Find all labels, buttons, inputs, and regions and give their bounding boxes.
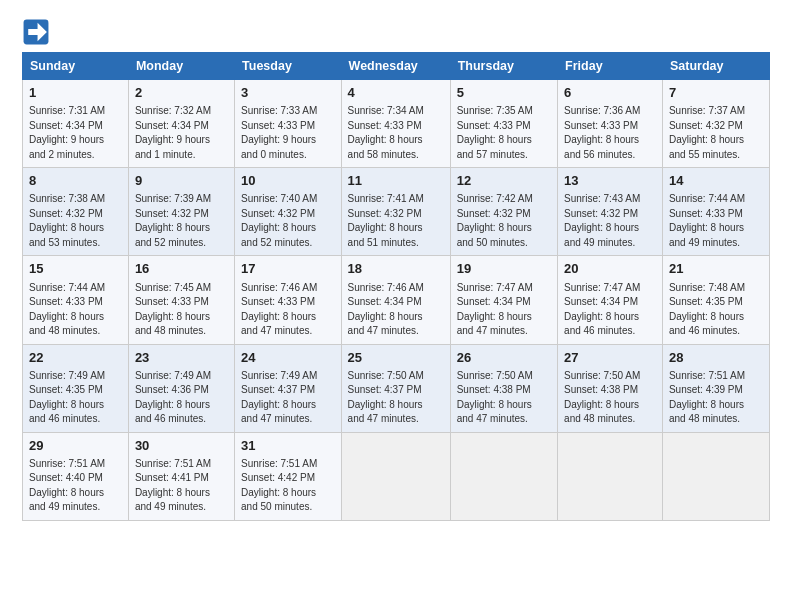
- calendar-cell: 22Sunrise: 7:49 AM Sunset: 4:35 PM Dayli…: [23, 344, 129, 432]
- day-info: Sunrise: 7:51 AM Sunset: 4:40 PM Dayligh…: [29, 457, 122, 515]
- calendar-cell: 10Sunrise: 7:40 AM Sunset: 4:32 PM Dayli…: [235, 168, 342, 256]
- day-number: 13: [564, 172, 656, 190]
- day-number: 30: [135, 437, 228, 455]
- calendar-week-1: 1Sunrise: 7:31 AM Sunset: 4:34 PM Daylig…: [23, 80, 770, 168]
- day-info: Sunrise: 7:34 AM Sunset: 4:33 PM Dayligh…: [348, 104, 444, 162]
- calendar-cell: 5Sunrise: 7:35 AM Sunset: 4:33 PM Daylig…: [450, 80, 557, 168]
- calendar-cell: 20Sunrise: 7:47 AM Sunset: 4:34 PM Dayli…: [558, 256, 663, 344]
- day-number: 20: [564, 260, 656, 278]
- day-info: Sunrise: 7:46 AM Sunset: 4:34 PM Dayligh…: [348, 281, 444, 339]
- day-number: 25: [348, 349, 444, 367]
- day-number: 4: [348, 84, 444, 102]
- day-info: Sunrise: 7:45 AM Sunset: 4:33 PM Dayligh…: [135, 281, 228, 339]
- calendar-cell: 27Sunrise: 7:50 AM Sunset: 4:38 PM Dayli…: [558, 344, 663, 432]
- calendar-cell: 11Sunrise: 7:41 AM Sunset: 4:32 PM Dayli…: [341, 168, 450, 256]
- day-number: 17: [241, 260, 335, 278]
- calendar-cell: 29Sunrise: 7:51 AM Sunset: 4:40 PM Dayli…: [23, 432, 129, 520]
- weekday-header-monday: Monday: [128, 53, 234, 80]
- header: [22, 18, 770, 46]
- day-info: Sunrise: 7:32 AM Sunset: 4:34 PM Dayligh…: [135, 104, 228, 162]
- weekday-header-thursday: Thursday: [450, 53, 557, 80]
- weekday-header-saturday: Saturday: [662, 53, 769, 80]
- calendar-cell: 17Sunrise: 7:46 AM Sunset: 4:33 PM Dayli…: [235, 256, 342, 344]
- day-info: Sunrise: 7:31 AM Sunset: 4:34 PM Dayligh…: [29, 104, 122, 162]
- day-number: 10: [241, 172, 335, 190]
- day-info: Sunrise: 7:51 AM Sunset: 4:42 PM Dayligh…: [241, 457, 335, 515]
- day-number: 6: [564, 84, 656, 102]
- day-number: 21: [669, 260, 763, 278]
- day-number: 29: [29, 437, 122, 455]
- day-number: 24: [241, 349, 335, 367]
- calendar-week-5: 29Sunrise: 7:51 AM Sunset: 4:40 PM Dayli…: [23, 432, 770, 520]
- day-number: 11: [348, 172, 444, 190]
- calendar-cell: [662, 432, 769, 520]
- day-number: 7: [669, 84, 763, 102]
- page: SundayMondayTuesdayWednesdayThursdayFrid…: [0, 0, 792, 612]
- calendar-cell: 26Sunrise: 7:50 AM Sunset: 4:38 PM Dayli…: [450, 344, 557, 432]
- day-info: Sunrise: 7:50 AM Sunset: 4:37 PM Dayligh…: [348, 369, 444, 427]
- day-info: Sunrise: 7:41 AM Sunset: 4:32 PM Dayligh…: [348, 192, 444, 250]
- calendar-cell: 16Sunrise: 7:45 AM Sunset: 4:33 PM Dayli…: [128, 256, 234, 344]
- calendar-week-4: 22Sunrise: 7:49 AM Sunset: 4:35 PM Dayli…: [23, 344, 770, 432]
- calendar-cell: 14Sunrise: 7:44 AM Sunset: 4:33 PM Dayli…: [662, 168, 769, 256]
- logo: [22, 18, 52, 46]
- calendar-cell: 28Sunrise: 7:51 AM Sunset: 4:39 PM Dayli…: [662, 344, 769, 432]
- calendar-cell: 31Sunrise: 7:51 AM Sunset: 4:42 PM Dayli…: [235, 432, 342, 520]
- day-info: Sunrise: 7:51 AM Sunset: 4:39 PM Dayligh…: [669, 369, 763, 427]
- day-info: Sunrise: 7:47 AM Sunset: 4:34 PM Dayligh…: [457, 281, 551, 339]
- day-number: 27: [564, 349, 656, 367]
- weekday-header-wednesday: Wednesday: [341, 53, 450, 80]
- day-number: 9: [135, 172, 228, 190]
- calendar-cell: [558, 432, 663, 520]
- day-number: 31: [241, 437, 335, 455]
- calendar-cell: 6Sunrise: 7:36 AM Sunset: 4:33 PM Daylig…: [558, 80, 663, 168]
- calendar-cell: 21Sunrise: 7:48 AM Sunset: 4:35 PM Dayli…: [662, 256, 769, 344]
- day-number: 16: [135, 260, 228, 278]
- calendar-cell: 8Sunrise: 7:38 AM Sunset: 4:32 PM Daylig…: [23, 168, 129, 256]
- calendar-cell: 13Sunrise: 7:43 AM Sunset: 4:32 PM Dayli…: [558, 168, 663, 256]
- day-number: 14: [669, 172, 763, 190]
- logo-icon: [22, 18, 50, 46]
- day-number: 19: [457, 260, 551, 278]
- calendar-cell: 18Sunrise: 7:46 AM Sunset: 4:34 PM Dayli…: [341, 256, 450, 344]
- weekday-header-sunday: Sunday: [23, 53, 129, 80]
- day-info: Sunrise: 7:50 AM Sunset: 4:38 PM Dayligh…: [564, 369, 656, 427]
- day-number: 8: [29, 172, 122, 190]
- calendar-table: SundayMondayTuesdayWednesdayThursdayFrid…: [22, 52, 770, 521]
- day-info: Sunrise: 7:33 AM Sunset: 4:33 PM Dayligh…: [241, 104, 335, 162]
- day-number: 26: [457, 349, 551, 367]
- day-info: Sunrise: 7:37 AM Sunset: 4:32 PM Dayligh…: [669, 104, 763, 162]
- day-number: 28: [669, 349, 763, 367]
- day-info: Sunrise: 7:44 AM Sunset: 4:33 PM Dayligh…: [669, 192, 763, 250]
- day-info: Sunrise: 7:49 AM Sunset: 4:36 PM Dayligh…: [135, 369, 228, 427]
- day-info: Sunrise: 7:42 AM Sunset: 4:32 PM Dayligh…: [457, 192, 551, 250]
- day-info: Sunrise: 7:51 AM Sunset: 4:41 PM Dayligh…: [135, 457, 228, 515]
- day-info: Sunrise: 7:35 AM Sunset: 4:33 PM Dayligh…: [457, 104, 551, 162]
- calendar-cell: 25Sunrise: 7:50 AM Sunset: 4:37 PM Dayli…: [341, 344, 450, 432]
- day-info: Sunrise: 7:49 AM Sunset: 4:35 PM Dayligh…: [29, 369, 122, 427]
- day-info: Sunrise: 7:46 AM Sunset: 4:33 PM Dayligh…: [241, 281, 335, 339]
- day-number: 3: [241, 84, 335, 102]
- calendar-week-2: 8Sunrise: 7:38 AM Sunset: 4:32 PM Daylig…: [23, 168, 770, 256]
- day-number: 2: [135, 84, 228, 102]
- calendar-cell: 15Sunrise: 7:44 AM Sunset: 4:33 PM Dayli…: [23, 256, 129, 344]
- calendar-cell: 7Sunrise: 7:37 AM Sunset: 4:32 PM Daylig…: [662, 80, 769, 168]
- calendar-cell: 24Sunrise: 7:49 AM Sunset: 4:37 PM Dayli…: [235, 344, 342, 432]
- day-info: Sunrise: 7:39 AM Sunset: 4:32 PM Dayligh…: [135, 192, 228, 250]
- day-number: 22: [29, 349, 122, 367]
- calendar-cell: 1Sunrise: 7:31 AM Sunset: 4:34 PM Daylig…: [23, 80, 129, 168]
- calendar-cell: 30Sunrise: 7:51 AM Sunset: 4:41 PM Dayli…: [128, 432, 234, 520]
- weekday-header-friday: Friday: [558, 53, 663, 80]
- weekday-header-tuesday: Tuesday: [235, 53, 342, 80]
- day-number: 15: [29, 260, 122, 278]
- day-info: Sunrise: 7:38 AM Sunset: 4:32 PM Dayligh…: [29, 192, 122, 250]
- calendar-body: 1Sunrise: 7:31 AM Sunset: 4:34 PM Daylig…: [23, 80, 770, 521]
- calendar-cell: 12Sunrise: 7:42 AM Sunset: 4:32 PM Dayli…: [450, 168, 557, 256]
- calendar-week-3: 15Sunrise: 7:44 AM Sunset: 4:33 PM Dayli…: [23, 256, 770, 344]
- calendar-cell: [450, 432, 557, 520]
- day-number: 1: [29, 84, 122, 102]
- day-info: Sunrise: 7:47 AM Sunset: 4:34 PM Dayligh…: [564, 281, 656, 339]
- day-info: Sunrise: 7:49 AM Sunset: 4:37 PM Dayligh…: [241, 369, 335, 427]
- day-info: Sunrise: 7:43 AM Sunset: 4:32 PM Dayligh…: [564, 192, 656, 250]
- day-number: 23: [135, 349, 228, 367]
